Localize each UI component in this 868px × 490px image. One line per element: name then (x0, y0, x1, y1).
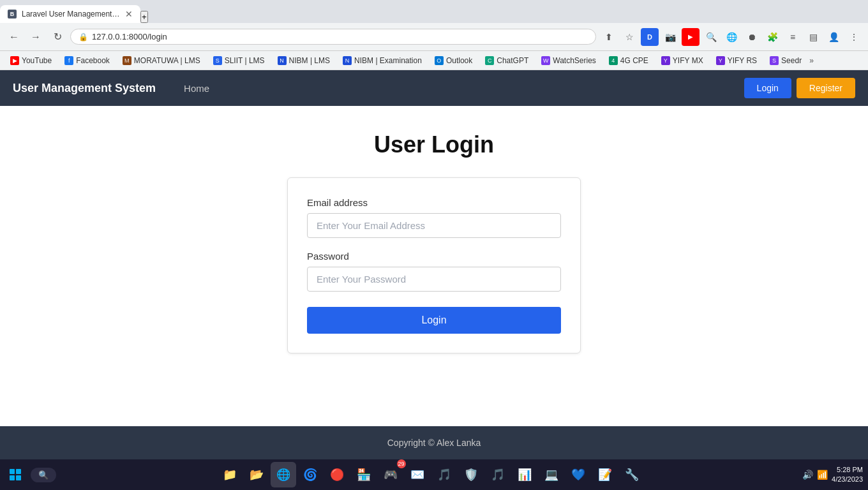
login-submit-button[interactable]: Login (307, 307, 561, 334)
tab-bar: B Laravel User Management Syste... ✕ + (0, 0, 868, 23)
password-input[interactable] (307, 267, 561, 292)
nibm-exam-favicon: N (343, 56, 352, 65)
password-label: Password (307, 251, 561, 262)
taskbar-terminal[interactable]: 💻 (539, 462, 564, 487)
watchseries-favicon: W (541, 56, 550, 65)
forward-button[interactable]: → (27, 28, 45, 46)
navbar-actions: Login Register (744, 78, 855, 98)
windows-icon (10, 469, 21, 480)
list-icon[interactable]: ≡ (784, 28, 802, 46)
taskbar-mail[interactable]: ✉️ (405, 462, 430, 487)
taskbar-media[interactable]: 🎵 (431, 462, 457, 487)
camera-icon[interactable]: 📷 (661, 28, 679, 46)
taskbar-xbox-wrapper: 🎮 29 (378, 462, 403, 487)
profile-icon[interactable]: 👤 (825, 28, 842, 46)
bookmark-yify-rs[interactable]: Y YIFY RS (711, 55, 762, 66)
taskbar-spotify[interactable]: 🎵 (485, 462, 511, 487)
taskbar-time-display: 5:28 PM (832, 465, 863, 475)
taskbar-sublime[interactable]: 📝 (592, 462, 618, 487)
bookmark-facebook[interactable]: f Facebook (59, 55, 115, 66)
share-icon[interactable]: ⬆ (600, 28, 618, 46)
bookmark-4gcpe[interactable]: 4 4G CPE (604, 55, 654, 66)
tab-close-button[interactable]: ✕ (125, 9, 133, 19)
bookmark-sliit[interactable]: S SLIIT | LMS (208, 55, 270, 66)
navbar-register-button[interactable]: Register (797, 78, 855, 98)
search-icon[interactable]: 🔍 (702, 28, 720, 46)
back-button[interactable]: ← (5, 28, 23, 46)
outlook-favicon: O (435, 56, 444, 65)
bookmark-moratuwa[interactable]: M MORATUWA | LMS (117, 55, 206, 66)
lock-icon: 🔒 (79, 33, 88, 41)
bookmark-yify-mx[interactable]: Y YIFY MX (656, 55, 708, 66)
navbar-brand: User Management System (13, 82, 156, 95)
active-tab[interactable]: B Laravel User Management Syste... ✕ (0, 5, 140, 23)
taskbar-clock: 5:28 PM 4/23/2023 (832, 465, 863, 485)
taskbar-vscode[interactable]: 💙 (565, 462, 591, 487)
taskbar-system: 🔊 📶 5:28 PM 4/23/2023 (802, 465, 863, 485)
start-button[interactable] (5, 464, 26, 485)
taskbar-folder[interactable]: 📂 (244, 462, 269, 487)
page-title: User Login (374, 131, 494, 158)
email-input[interactable] (307, 213, 561, 238)
bookmark-nibm-lms[interactable]: N NIBM | LMS (273, 55, 335, 66)
bookmark-watchseries[interactable]: W WatchSeries (536, 55, 601, 66)
more-bookmarks[interactable]: » (809, 56, 814, 65)
network-icon[interactable]: 📶 (817, 470, 828, 480)
nav-home[interactable]: Home (175, 78, 218, 99)
extension-d-icon[interactable]: D (641, 28, 659, 46)
taskbar-game[interactable]: 🔴 (324, 462, 350, 487)
puzzle-icon[interactable]: 🧩 (763, 28, 781, 46)
bookmark-icon[interactable]: ☆ (620, 28, 638, 46)
taskbar: 🔍 📁 📂 🌐 🌀 🔴 🏪 🎮 29 ✉️ 🎵 🛡️ 🎵 📊 💻 💙 📝 🔧 🔊… (0, 459, 868, 490)
seedr-favicon: S (770, 56, 779, 65)
bookmark-seedr[interactable]: S Seedr (765, 55, 807, 66)
taskbar-file-explorer[interactable]: 📁 (217, 462, 243, 487)
menu-icon[interactable]: ⋮ (845, 28, 863, 46)
app-wrapper: User Management System Home Login Regist… (0, 70, 868, 459)
email-form-group: Email address (307, 197, 561, 238)
vpn-icon[interactable]: 🌐 (722, 28, 740, 46)
tab-title: Laravel User Management Syste... (22, 10, 120, 19)
url-display: 127.0.0.1:8000/login (92, 32, 588, 41)
nibm-lms-favicon: N (278, 56, 287, 65)
taskbar-store[interactable]: 🏪 (351, 462, 377, 487)
bookmark-chatgpt[interactable]: C ChatGPT (480, 55, 534, 66)
address-bar[interactable]: 🔒 127.0.0.1:8000/login (70, 29, 596, 45)
taskbar-security[interactable]: 🛡️ (458, 462, 484, 487)
login-card: Email address Password Login (287, 177, 581, 353)
reload-button[interactable]: ↻ (49, 28, 66, 46)
password-form-group: Password (307, 251, 561, 292)
taskbar-date-display: 4/23/2023 (832, 475, 863, 484)
toolbar-actions: ⬆ ☆ D 📷 ▶ 🔍 🌐 ⏺ 🧩 ≡ ▤ 👤 ⋮ (600, 28, 863, 46)
moratuwa-favicon: M (123, 56, 131, 65)
chatgpt-favicon: C (485, 56, 494, 65)
volume-icon[interactable]: 🔊 (802, 470, 813, 480)
taskbar-search-icon: 🔍 (38, 470, 49, 480)
bookmark-youtube[interactable]: ▶ YouTube (5, 55, 57, 66)
youtube-icon[interactable]: ▶ (682, 28, 700, 46)
browser-chrome: B Laravel User Management Syste... ✕ + ←… (0, 0, 868, 70)
bookmarks-bar: ▶ YouTube f Facebook M MORATUWA | LMS S … (0, 51, 868, 70)
taskbar-chrome[interactable]: 🌐 (271, 462, 296, 487)
facebook-favicon: f (64, 56, 73, 65)
4gcpe-favicon: 4 (609, 56, 618, 65)
navbar-login-button[interactable]: Login (744, 78, 791, 98)
copyright-text: Copyright © Alex Lanka (387, 438, 481, 448)
taskbar-search[interactable]: 🔍 (31, 468, 56, 482)
bookmark-nibm-exam[interactable]: N NIBM | Examination (338, 55, 427, 66)
browser-toolbar: ← → ↻ 🔒 127.0.0.1:8000/login ⬆ ☆ D 📷 ▶ 🔍… (0, 23, 868, 51)
xbox-badge: 29 (397, 459, 406, 468)
bookmark-outlook[interactable]: O Outlook (430, 55, 477, 66)
yifymx-favicon: Y (661, 56, 670, 65)
navbar: User Management System Home Login Regist… (0, 70, 868, 106)
taskbar-manage[interactable]: 📊 (512, 462, 537, 487)
new-tab-button[interactable]: + (140, 11, 148, 23)
taskbar-apps: 📁 📂 🌐 🌀 🔴 🏪 🎮 29 ✉️ 🎵 🛡️ 🎵 📊 💻 💙 📝 🔧 (61, 462, 800, 487)
record-icon[interactable]: ⏺ (743, 28, 761, 46)
youtube-favicon: ▶ (10, 56, 19, 65)
taskbar-edge[interactable]: 🌀 (297, 462, 323, 487)
sidebar-icon[interactable]: ▤ (804, 28, 822, 46)
email-label: Email address (307, 197, 561, 208)
yifyrs-favicon: Y (716, 56, 725, 65)
taskbar-tool[interactable]: 🔧 (619, 462, 645, 487)
